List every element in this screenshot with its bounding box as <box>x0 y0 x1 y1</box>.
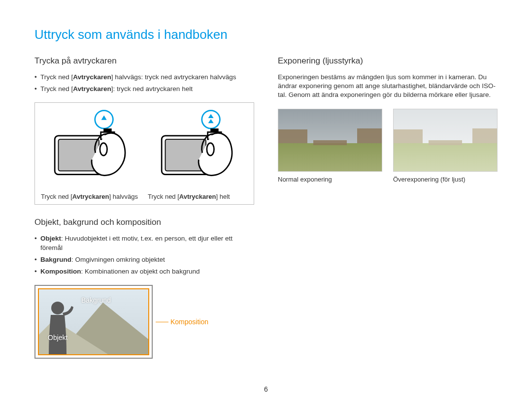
shutter-half-item: Tryck ned [Avtryckaren] halvvägs <box>41 108 141 201</box>
two-column-layout: Trycka på avtryckaren Tryck ned [Avtryck… <box>34 56 498 359</box>
shutter-bullet-1: Tryck ned [Avtryckaren] halvvägs: tryck … <box>34 73 254 82</box>
shutter-half-diagram <box>41 108 141 189</box>
exposure-examples: Normal exponering Överexponering (för lj… <box>278 109 498 183</box>
exposure-normal-caption: Normal exponering <box>278 176 382 183</box>
exposure-normal-image <box>278 109 382 172</box>
composition-figure: Bakgrund Objekt Komposition <box>34 285 254 359</box>
composition-bullet-3: Komposition: Kombinationen av objekt och… <box>34 267 254 276</box>
composition-frame: Bakgrund Objekt <box>34 285 153 359</box>
svg-rect-13 <box>210 129 219 132</box>
composition-label-object: Objekt <box>48 334 67 341</box>
exposure-body: Exponeringen bestäms av mängden ljus som… <box>278 73 498 100</box>
shutter-full-caption: Tryck ned [Avtryckaren] helt <box>148 193 248 201</box>
exposure-over-caption: Överexponering (för ljust) <box>393 176 498 183</box>
composition-label-background: Bakgrund <box>81 296 111 304</box>
svg-point-14 <box>207 143 214 156</box>
person-silhouette-icon <box>45 300 74 354</box>
shutter-bullets: Tryck ned [Avtryckaren] halvvägs: tryck … <box>34 73 254 93</box>
svg-marker-1 <box>101 116 107 120</box>
shutter-heading: Trycka på avtryckaren <box>34 56 254 66</box>
left-column: Trycka på avtryckaren Tryck ned [Avtryck… <box>34 56 254 359</box>
svg-marker-8 <box>208 114 214 118</box>
svg-rect-5 <box>103 129 112 132</box>
right-column: Exponering (ljusstyrka) Exponeringen bes… <box>278 56 498 359</box>
shutter-diagram-box: Tryck ned [Avtryckaren] halvvägs <box>34 102 254 205</box>
svg-point-6 <box>100 143 107 156</box>
camera-press-full-icon <box>157 108 238 189</box>
shutter-full-diagram <box>148 108 248 189</box>
shutter-bullet-2: Tryck ned [Avtryckaren]: tryck ned avtry… <box>34 85 254 93</box>
composition-scene: Bakgrund Objekt <box>38 288 149 355</box>
composition-bullet-1: Objekt: Huvudobjektet i ett motiv, t.ex.… <box>34 234 254 252</box>
exposure-over-image <box>393 109 498 172</box>
camera-press-half-icon <box>50 108 132 189</box>
composition-bullet-2: Bakgrund: Omgivningen omkring objektet <box>34 255 254 264</box>
page-number: 6 <box>264 385 268 393</box>
shutter-half-caption: Tryck ned [Avtryckaren] halvvägs <box>41 193 141 201</box>
svg-marker-9 <box>208 119 214 123</box>
composition-label-composition: Komposition <box>170 318 208 326</box>
page-title: Uttryck som används i handboken <box>34 27 498 42</box>
exposure-over: Överexponering (för ljust) <box>393 109 498 183</box>
exposure-normal: Normal exponering <box>278 109 382 183</box>
shutter-full-item: Tryck ned [Avtryckaren] helt <box>148 108 248 201</box>
svg-point-15 <box>51 302 64 314</box>
composition-bullets: Objekt: Huvudobjektet i ett motiv, t.ex.… <box>34 234 254 276</box>
exposure-heading: Exponering (ljusstyrka) <box>278 56 498 66</box>
composition-heading: Objekt, bakgrund och komposition <box>34 217 254 227</box>
